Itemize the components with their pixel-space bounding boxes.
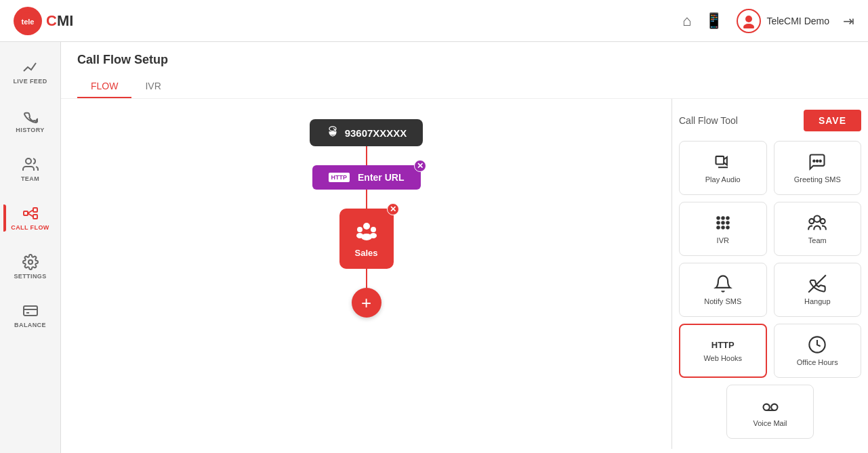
svg-rect-11 [24, 306, 37, 316]
tabs: FLOW IVR [77, 75, 852, 98]
svg-line-8 [28, 210, 33, 213]
svg-point-28 [726, 217, 729, 219]
svg-point-25 [820, 160, 821, 162]
flow-nodes: 93607XXXXX HTTP Enter URL ✕ ✕ [310, 119, 423, 449]
sales-node-close[interactable]: ✕ [387, 203, 399, 215]
sidebar-label-settings: SETTINGS [14, 273, 46, 280]
layout: LIVE FEED HISTORY TEAM CAL [0, 0, 868, 453]
sidebar-item-live-feed[interactable]: LIVE FEED [3, 49, 58, 95]
svg-point-31 [726, 221, 729, 224]
sidebar: LIVE FEED HISTORY TEAM CAL [0, 42, 61, 453]
svg-point-17 [371, 227, 376, 232]
sidebar-label-history: HISTORY [16, 127, 44, 133]
svg-line-9 [28, 213, 33, 217]
connector-1 [366, 146, 367, 165]
svg-text:tele: tele [22, 18, 35, 26]
tool-label-greeting-sms: Greeting SMS [794, 175, 841, 184]
tool-http-webhooks[interactable]: HTTP Web Hooks [679, 324, 767, 378]
tool-label-ivr: IVR [717, 236, 729, 244]
sidebar-item-team[interactable]: TEAM [3, 146, 58, 192]
sales-node[interactable]: ✕ Sales [339, 209, 394, 269]
page-header: Call Flow Setup FLOW IVR [61, 42, 868, 99]
phone-number-node: 93607XXXXX [310, 119, 423, 146]
tab-flow[interactable]: FLOW [77, 75, 131, 98]
logout-icon[interactable]: ⇥ [843, 13, 854, 29]
sidebar-item-settings[interactable]: SETTINGS [3, 244, 58, 290]
enter-url-node[interactable]: HTTP Enter URL ✕ [312, 165, 421, 190]
svg-point-14 [329, 127, 336, 131]
right-panel: Call Flow Tool SAVE Play Audio [671, 99, 868, 449]
save-button[interactable]: SAVE [804, 110, 861, 131]
logo-icon: tele [14, 7, 42, 35]
svg-point-16 [357, 227, 363, 232]
svg-point-10 [28, 260, 33, 264]
canvas-area: 93607XXXXX HTTP Enter URL ✕ ✕ [61, 99, 671, 449]
http-badge: HTTP [711, 340, 735, 350]
tool-label-office-hours: Office Hours [797, 358, 838, 366]
sidebar-item-call-flow[interactable]: CALL FLOW [3, 195, 58, 241]
svg-point-29 [717, 221, 720, 224]
tab-ivr[interactable]: IVR [131, 75, 174, 98]
svg-point-35 [814, 216, 821, 222]
phone-number-label: 93607XXXXX [345, 127, 407, 139]
tools-grid: Play Audio Greeting SMS [679, 141, 861, 378]
svg-point-41 [771, 404, 777, 410]
svg-point-36 [810, 219, 814, 223]
right-panel-header: Call Flow Tool SAVE [679, 110, 861, 131]
add-node-button[interactable]: + [352, 288, 381, 318]
url-node-label: Enter URL [358, 172, 404, 183]
main-content: Call Flow Setup FLOW IVR 93607 [61, 42, 868, 453]
page-title: Call Flow Setup [77, 53, 852, 67]
sidebar-label-balance: BALANCE [14, 322, 46, 328]
sidebar-label-team: TEAM [21, 175, 39, 182]
mobile-icon[interactable]: 📱 [705, 12, 723, 30]
svg-point-26 [717, 217, 720, 219]
connector-3 [366, 269, 367, 288]
avatar [737, 9, 761, 33]
svg-point-27 [722, 217, 724, 219]
svg-rect-6 [33, 208, 37, 212]
tool-label-team: Team [808, 236, 827, 244]
svg-point-3 [743, 24, 754, 28]
sales-node-label: Sales [355, 248, 378, 258]
sidebar-item-history[interactable]: HISTORY [3, 98, 58, 144]
url-node-close[interactable]: ✕ [414, 160, 426, 172]
header-right: ⌂ 📱 TeleCMI Demo ⇥ [682, 9, 854, 33]
header: tele C MI ⌂ 📱 TeleCMI Demo ⇥ [0, 0, 868, 42]
svg-point-2 [745, 16, 752, 22]
home-icon[interactable]: ⌂ [682, 12, 691, 30]
svg-point-15 [363, 223, 370, 230]
tool-office-hours[interactable]: Office Hours [774, 324, 862, 378]
tool-play-audio[interactable]: Play Audio [679, 141, 767, 195]
svg-rect-5 [24, 211, 28, 215]
tool-team[interactable]: Team [774, 202, 862, 256]
svg-point-24 [817, 160, 818, 162]
svg-rect-21 [716, 156, 724, 165]
right-panel-title: Call Flow Tool [679, 115, 738, 126]
tool-label-hangup: Hangup [804, 297, 831, 305]
tool-ivr[interactable]: IVR [679, 202, 767, 256]
svg-point-32 [717, 226, 720, 229]
user-area: TeleCMI Demo [737, 9, 829, 33]
svg-point-30 [722, 221, 724, 224]
tool-label-voice-mail: Voice Mail [753, 419, 787, 427]
flow-canvas: 93607XXXXX HTTP Enter URL ✕ ✕ [61, 99, 868, 449]
tool-greeting-sms[interactable]: Greeting SMS [774, 141, 862, 195]
user-name-label: TeleCMI Demo [766, 16, 829, 26]
svg-point-40 [763, 404, 769, 410]
svg-rect-7 [33, 215, 37, 219]
tool-label-webhooks: Web Hooks [703, 354, 742, 362]
svg-point-4 [26, 158, 31, 164]
tool-hangup[interactable]: Hangup [774, 263, 862, 317]
svg-point-34 [726, 226, 729, 229]
tool-voice-mail[interactable]: Voice Mail [726, 385, 814, 439]
connector-2 [366, 190, 367, 209]
sidebar-item-balance[interactable]: BALANCE [3, 293, 58, 339]
svg-point-19 [356, 233, 363, 238]
tool-label-notify-sms: Notify SMS [704, 297, 741, 305]
svg-point-33 [722, 226, 724, 229]
svg-point-37 [821, 219, 825, 223]
voicemail-row: Voice Mail [679, 385, 861, 439]
tool-label-play-audio: Play Audio [705, 175, 741, 184]
tool-notify-sms[interactable]: Notify SMS [679, 263, 767, 317]
